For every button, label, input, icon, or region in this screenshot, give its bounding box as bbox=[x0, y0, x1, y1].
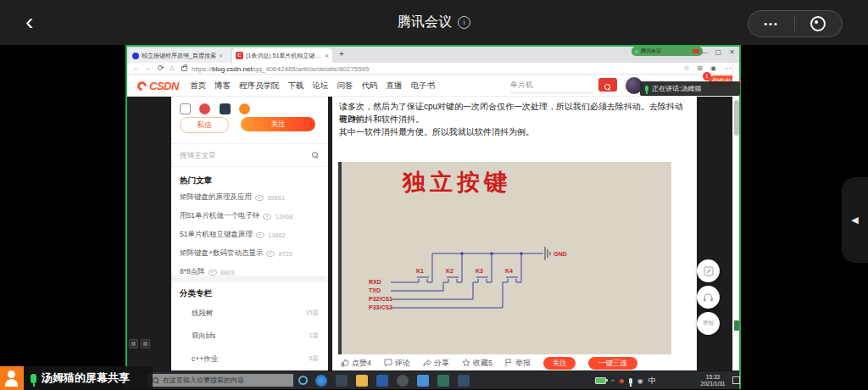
categories-title: 分类专栏 bbox=[180, 288, 212, 299]
browser-tab-1[interactable]: 独立按键程序原理_百度搜索 ✕ bbox=[129, 48, 231, 63]
close-window-button[interactable]: ✕ bbox=[729, 48, 735, 56]
share-button[interactable]: 分享 bbox=[423, 358, 449, 369]
address-field[interactable]: https://blog.csdn.net/qq_40642465/articl… bbox=[192, 65, 370, 73]
browser-forward-icon[interactable]: → bbox=[144, 64, 152, 72]
nav-item-code[interactable]: 代码 bbox=[362, 81, 378, 92]
more-button[interactable]: ••• bbox=[748, 11, 794, 36]
close-tab-icon[interactable]: ✕ bbox=[325, 53, 329, 58]
follow-pill-button[interactable]: 关注 bbox=[543, 357, 576, 370]
follow-author-button[interactable]: 关注 bbox=[241, 117, 315, 131]
info-icon[interactable]: i bbox=[458, 16, 470, 29]
author-sidebar: 私信 关注 搜博主文章 热门文章 矩阵键盘的原理及应用35681 用51单片机做… bbox=[171, 97, 328, 370]
time-label: 15:33 bbox=[697, 374, 729, 381]
new-tab-button[interactable]: + bbox=[339, 49, 344, 58]
nav-item-download[interactable]: 下载 bbox=[288, 81, 304, 92]
medal-dark-icon bbox=[220, 103, 231, 114]
panel-collapse-handle[interactable]: ◀ bbox=[842, 177, 868, 263]
meeting-share-pill[interactable]: 腾讯会议 bbox=[632, 47, 703, 56]
taskbar-app-icon[interactable] bbox=[417, 375, 429, 387]
gnd-label: GND bbox=[554, 251, 567, 257]
annotation-button[interactable] bbox=[697, 259, 720, 282]
figure-title: 独立按键 bbox=[403, 167, 511, 198]
browser-menu-icon[interactable]: ⋯ bbox=[724, 64, 731, 72]
triple-action-button[interactable]: 一键三连 bbox=[588, 357, 637, 370]
close-tab-icon[interactable]: ✕ bbox=[219, 53, 223, 58]
tray-expand-icon[interactable]: ^ bbox=[611, 377, 615, 385]
site-search-input[interactable]: 单片机 bbox=[510, 80, 593, 93]
comment-icon bbox=[384, 359, 392, 367]
browser-back-icon[interactable]: ← bbox=[132, 64, 140, 72]
tray-status-icon bbox=[620, 379, 624, 383]
customer-service-button[interactable] bbox=[697, 286, 720, 309]
nav-item-forum[interactable]: 论坛 bbox=[313, 81, 329, 92]
nav-item-home[interactable]: 首页 bbox=[190, 81, 206, 92]
taskbar-clock-icon[interactable] bbox=[397, 375, 409, 387]
favorite-star-icon[interactable]: ☆ bbox=[683, 64, 689, 72]
key-label: K2 bbox=[446, 268, 453, 274]
battery-icon[interactable] bbox=[595, 377, 606, 384]
mic-on-icon bbox=[31, 374, 36, 383]
message-button[interactable]: 私信 bbox=[180, 117, 229, 133]
category-item[interactable]: 双向bfs1篇 bbox=[192, 332, 319, 342]
hot-article-item[interactable]: 矩阵键盘+数码管动态显示8720 bbox=[180, 248, 322, 259]
meeting-title: 腾讯会议 bbox=[398, 14, 452, 31]
category-item[interactable]: c++作业5篇 bbox=[192, 354, 319, 365]
report-button[interactable]: 举报 bbox=[505, 358, 531, 369]
category-item[interactable]: 线段树15篇 bbox=[192, 309, 319, 319]
key-label: K1 bbox=[416, 268, 424, 274]
nav-item-academy[interactable]: 程序员学院 bbox=[239, 81, 280, 92]
tray-network-icon[interactable]: ◉ bbox=[637, 377, 643, 385]
blog-search-box[interactable]: 搜博主文章 bbox=[171, 143, 328, 167]
nav-item-live[interactable]: 直播 bbox=[387, 81, 403, 92]
taskbar-app-icon[interactable] bbox=[458, 375, 470, 387]
collect-button[interactable]: 收藏5 bbox=[462, 358, 492, 369]
nav-item-blog[interactable]: 博客 bbox=[214, 81, 231, 92]
star-icon bbox=[462, 359, 470, 367]
scrollbar-thumb[interactable] bbox=[734, 100, 739, 136]
taskbar-folder-icon[interactable] bbox=[356, 375, 368, 387]
views-icon bbox=[256, 232, 264, 238]
ime-indicator[interactable]: 中 bbox=[648, 376, 656, 387]
pencil-square-icon bbox=[704, 266, 714, 276]
csdn-brand: CSDN bbox=[149, 80, 179, 92]
hot-article-item[interactable]: 51单片机独立键盘原理13462 bbox=[180, 229, 322, 241]
like-button[interactable]: 点赞4 bbox=[341, 358, 371, 369]
hot-article-item[interactable]: 矩阵键盘的原理及应用35681 bbox=[180, 192, 322, 203]
more-dots-icon: ••• bbox=[764, 19, 779, 29]
csdn-logo[interactable]: CSDN bbox=[137, 80, 179, 92]
tray-mic-icon[interactable] bbox=[629, 378, 632, 384]
nav-item-ebook[interactable]: 电子书 bbox=[411, 81, 436, 92]
comment-button[interactable]: 评论 bbox=[384, 358, 410, 369]
views-icon bbox=[209, 270, 217, 276]
hot-article-item[interactable]: 用51单片机做一个电子钟13968 bbox=[180, 210, 322, 222]
nav-item-qa[interactable]: 问答 bbox=[337, 81, 353, 92]
search-icon bbox=[604, 84, 610, 90]
home-icon[interactable]: ⌂ bbox=[170, 64, 174, 72]
taskbar-app-icon[interactable] bbox=[376, 375, 388, 387]
taskbar-app-icon[interactable] bbox=[336, 375, 348, 387]
cortana-icon[interactable] bbox=[298, 376, 308, 385]
maximize-button[interactable]: ▢ bbox=[715, 48, 722, 56]
action-center-icon[interactable] bbox=[732, 376, 740, 384]
article-action-bar: 点赞4 评论 分享 收藏5 举报 关注 bbox=[341, 356, 688, 370]
share-banner-label: 汤姆猫的屏幕共享 bbox=[42, 370, 130, 386]
browser-tab-2-active[interactable]: C (1条消息) 51单片机独立键盘原... ✕ bbox=[232, 48, 332, 63]
report-float-button[interactable]: 举报 bbox=[697, 312, 720, 335]
baidu-favicon bbox=[132, 53, 139, 59]
end-share-icon[interactable] bbox=[693, 49, 699, 53]
system-tray: ^ ◉ 中 bbox=[595, 371, 656, 390]
report-float-label: 举报 bbox=[703, 320, 714, 327]
page-scrollbar[interactable] bbox=[732, 63, 739, 370]
search-icon bbox=[153, 377, 159, 383]
taskbar-search-box[interactable]: 在这里输入你要搜索的内容 bbox=[147, 374, 293, 387]
taskbar-app-icon[interactable] bbox=[437, 375, 449, 387]
reload-icon[interactable]: ⟳ bbox=[158, 64, 164, 72]
profile-icon[interactable]: ◉ bbox=[710, 64, 716, 72]
collections-icon[interactable]: ⊞ bbox=[697, 64, 703, 72]
taskbar-clock[interactable]: 15:33 2021/1/31 bbox=[697, 374, 729, 387]
medal-row bbox=[180, 101, 255, 116]
close-capsule-button[interactable] bbox=[795, 11, 841, 36]
minimize-button[interactable]: — bbox=[701, 48, 708, 56]
site-search-button[interactable] bbox=[598, 78, 617, 92]
taskbar-edge-icon[interactable] bbox=[315, 375, 327, 387]
